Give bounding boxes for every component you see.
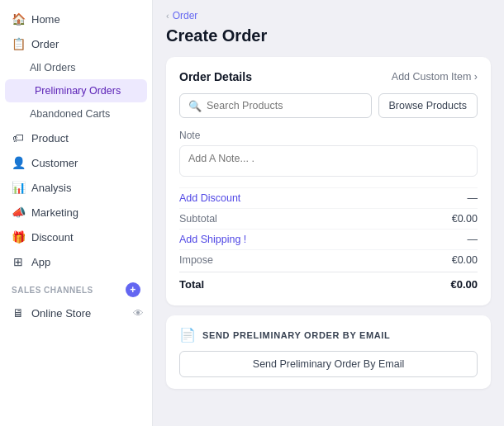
sidebar-item-order-label: Order bbox=[31, 38, 59, 50]
app-icon: ⊞ bbox=[12, 255, 25, 268]
browse-products-button[interactable]: Browse Products bbox=[378, 93, 478, 118]
discount-icon: 🎁 bbox=[12, 230, 25, 244]
sidebar-item-discount-label: Discount bbox=[31, 231, 74, 244]
note-section: Note bbox=[179, 130, 478, 179]
order-lines: Add Discount — Subtotal €0.00 Add Shippi… bbox=[179, 187, 478, 292]
breadcrumb-parent[interactable]: Order bbox=[173, 10, 198, 21]
order-details-title: Order Details bbox=[179, 70, 252, 83]
add-custom-item-link[interactable]: Add Custom Item › bbox=[392, 71, 478, 83]
sidebar-item-home[interactable]: 🏠 Home bbox=[0, 7, 152, 31]
breadcrumb: ‹ Order bbox=[166, 10, 491, 21]
search-icon: 🔍 bbox=[188, 100, 202, 112]
sidebar-item-all-orders-label: All Orders bbox=[30, 62, 76, 73]
sidebar-item-abandoned-carts-label: Abandoned Carts bbox=[30, 108, 110, 120]
sidebar: 🏠 Home 📋 Order All Orders Preliminary Or… bbox=[0, 0, 153, 426]
order-line-discount: Add Discount — bbox=[179, 187, 478, 208]
sidebar-item-discount[interactable]: 🎁 Discount bbox=[0, 225, 152, 249]
sidebar-item-customer-label: Customer bbox=[31, 157, 78, 169]
email-title: SEND PRELIMINARY ORDER BY EMAIL bbox=[202, 330, 390, 340]
sidebar-item-abandoned-carts[interactable]: Abandoned Carts bbox=[0, 102, 152, 125]
order-line-impose: Impose €0.00 bbox=[179, 249, 478, 270]
card-header: Order Details Add Custom Item › bbox=[179, 70, 478, 83]
search-products-input[interactable] bbox=[207, 94, 363, 117]
sidebar-item-preliminary-orders-label: Preliminary Orders bbox=[35, 85, 121, 97]
marketing-icon: 📣 bbox=[12, 206, 25, 219]
order-total-row: Total €0.00 bbox=[179, 272, 478, 292]
sales-channels-section: SALES CHANNELS + bbox=[0, 274, 152, 301]
analysis-icon: 📊 bbox=[12, 181, 25, 194]
sidebar-item-all-orders[interactable]: All Orders bbox=[0, 56, 152, 79]
home-icon: 🏠 bbox=[12, 12, 25, 26]
email-card: 📄 SEND PRELIMINARY ORDER BY EMAIL Send P… bbox=[166, 315, 491, 389]
sidebar-item-preliminary-orders[interactable]: Preliminary Orders bbox=[5, 79, 147, 102]
breadcrumb-chevron: ‹ bbox=[166, 11, 169, 21]
customer-icon: 👤 bbox=[12, 156, 25, 169]
page-title: Create Order bbox=[166, 26, 491, 45]
note-textarea[interactable] bbox=[179, 145, 478, 177]
note-label: Note bbox=[179, 130, 478, 141]
subtotal-label: Subtotal bbox=[179, 213, 217, 225]
order-details-card: Order Details Add Custom Item › 🔍 Browse… bbox=[166, 57, 491, 305]
total-label: Total bbox=[179, 278, 204, 291]
eye-icon: 👁 bbox=[133, 307, 144, 320]
add-shipping-value: — bbox=[468, 234, 478, 245]
total-value: €0.00 bbox=[450, 278, 478, 291]
sidebar-item-order[interactable]: 📋 Order bbox=[0, 31, 152, 56]
add-sales-channel-button[interactable]: + bbox=[126, 282, 140, 297]
order-line-shipping: Add Shipping ! — bbox=[179, 229, 478, 249]
email-icon: 📄 bbox=[179, 327, 196, 343]
sidebar-item-analysis[interactable]: 📊 Analysis bbox=[0, 175, 152, 200]
product-icon: 🏷 bbox=[12, 131, 25, 144]
main-content: ‹ Order Create Order Order Details Add C… bbox=[153, 0, 504, 426]
send-email-button[interactable]: Send Preliminary Order By Email bbox=[179, 351, 478, 377]
sidebar-item-product-label: Product bbox=[31, 132, 69, 144]
sidebar-item-marketing[interactable]: 📣 Marketing bbox=[0, 200, 152, 225]
search-row: 🔍 Browse Products bbox=[179, 93, 478, 118]
sidebar-item-customer[interactable]: 👤 Customer bbox=[0, 150, 152, 175]
order-line-subtotal: Subtotal €0.00 bbox=[179, 208, 478, 229]
search-input-wrap: 🔍 bbox=[179, 93, 372, 118]
sidebar-item-analysis-label: Analysis bbox=[31, 182, 71, 194]
impose-label: Impose bbox=[179, 254, 213, 266]
add-shipping-label[interactable]: Add Shipping ! bbox=[179, 234, 246, 245]
sidebar-item-online-store-label: Online Store bbox=[31, 307, 91, 320]
sidebar-item-app-label: App bbox=[31, 256, 50, 268]
subtotal-value: €0.00 bbox=[452, 213, 478, 225]
email-card-header: 📄 SEND PRELIMINARY ORDER BY EMAIL bbox=[179, 327, 478, 343]
impose-value: €0.00 bbox=[452, 254, 478, 266]
sidebar-item-home-label: Home bbox=[31, 13, 60, 26]
sales-channels-label: SALES CHANNELS bbox=[12, 286, 93, 295]
sidebar-item-product[interactable]: 🏷 Product bbox=[0, 125, 152, 150]
sidebar-item-marketing-label: Marketing bbox=[31, 206, 78, 219]
online-store-icon: 🖥 bbox=[12, 306, 25, 320]
sidebar-item-online-store[interactable]: 🖥 Online Store 👁 bbox=[0, 301, 152, 325]
add-discount-label[interactable]: Add Discount bbox=[179, 192, 240, 204]
sidebar-item-app[interactable]: ⊞ App bbox=[0, 249, 152, 274]
add-discount-value: — bbox=[468, 192, 478, 204]
order-icon: 📋 bbox=[12, 37, 25, 50]
